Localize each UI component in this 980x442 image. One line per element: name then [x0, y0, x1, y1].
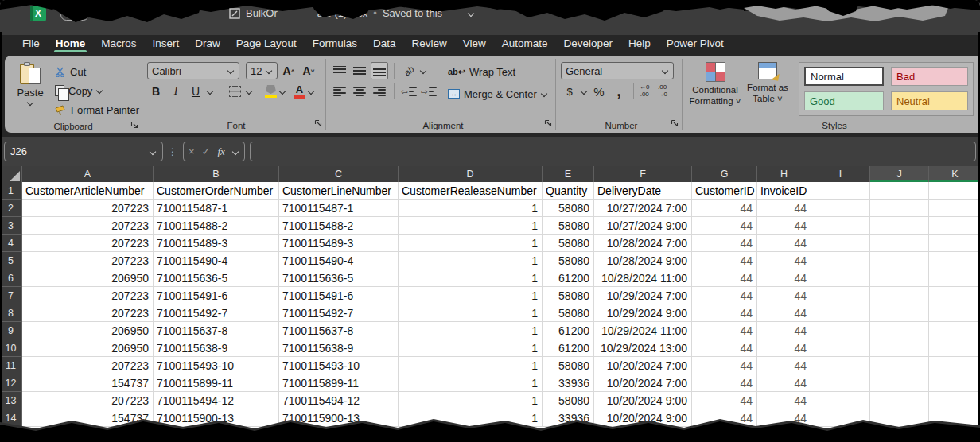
cell-J3[interactable]	[870, 217, 929, 235]
cell-J4[interactable]	[870, 235, 929, 252]
cell-B13[interactable]: 7100115494-12	[154, 392, 279, 409]
cell-F5[interactable]: 10/28/2024 9:00	[594, 252, 692, 269]
bold-button[interactable]: B	[147, 83, 165, 100]
cell-H6[interactable]: 44	[757, 269, 811, 287]
decrease-decimal-button[interactable]: .00→0	[657, 84, 667, 99]
cell-D10[interactable]: 1	[399, 339, 542, 357]
cell-A7[interactable]: 207223	[22, 287, 154, 304]
cell-F9[interactable]: 10/29/2024 11:00	[594, 322, 692, 339]
cell-J2[interactable]	[870, 200, 929, 217]
cell-B3[interactable]: 7100115488-2	[154, 217, 279, 235]
cell-C5[interactable]: 7100115490-4	[279, 252, 399, 269]
font-dialog-launcher[interactable]	[314, 119, 322, 129]
column-header-F[interactable]: F	[594, 166, 692, 182]
cell-B4[interactable]: 7100115489-3	[154, 235, 279, 252]
cell-D1[interactable]: CustomerRealeaseNumber	[399, 182, 542, 200]
cell-G11[interactable]: 44	[692, 357, 757, 374]
row-header-13[interactable]: 13	[0, 392, 22, 409]
cell-A4[interactable]: 207223	[22, 235, 154, 252]
cell-I11[interactable]	[811, 357, 870, 374]
cell-B2[interactable]: 7100115487-1	[154, 200, 279, 217]
cell-A2[interactable]: 207223	[22, 200, 154, 217]
cell-H1[interactable]: InvoiceID	[757, 182, 811, 200]
enter-button[interactable]: ✓	[202, 145, 211, 157]
cell-D9[interactable]: 1	[399, 322, 542, 339]
cell-F1[interactable]: DeliveryDate	[594, 182, 692, 200]
excel-app-icon[interactable]: X	[30, 6, 46, 21]
cell-H7[interactable]: 44	[757, 287, 811, 304]
cell-K10[interactable]	[929, 339, 980, 357]
cell-C13[interactable]: 7100115494-12	[279, 392, 399, 409]
cut-button[interactable]: Cut	[52, 62, 142, 81]
cell-K12[interactable]	[929, 374, 980, 392]
column-header-K[interactable]: K	[929, 166, 980, 182]
fill-color-button[interactable]	[265, 85, 277, 98]
title-dropdown-chevron[interactable]	[468, 10, 475, 17]
row-header-3[interactable]: 3	[0, 217, 22, 235]
cell-C6[interactable]: 7100115636-5	[279, 269, 399, 287]
cell-G7[interactable]: 44	[692, 287, 757, 304]
menu-tab-macros[interactable]: Macros	[93, 32, 144, 54]
cell-G2[interactable]: 44	[692, 200, 757, 217]
cell-E14[interactable]: 33936	[542, 409, 594, 427]
cell-J9[interactable]	[870, 322, 929, 339]
cell-F14[interactable]: 10/20/2024 9:00	[594, 409, 692, 427]
cell-H8[interactable]: 44	[757, 304, 811, 322]
menu-tab-draw[interactable]: Draw	[187, 32, 228, 54]
cell-C4[interactable]: 7100115489-3	[279, 235, 399, 252]
cell-B6[interactable]: 7100115636-5	[154, 269, 279, 287]
column-header-E[interactable]: E	[542, 166, 594, 182]
font-color-button[interactable]: A	[294, 84, 305, 99]
accounting-format-button[interactable]: $	[561, 83, 578, 100]
italic-button[interactable]: I	[167, 83, 185, 100]
cell-I14[interactable]	[811, 409, 870, 427]
paste-dropdown-chevron[interactable]	[27, 99, 34, 106]
cancel-button[interactable]: ×	[189, 145, 195, 157]
cell-C12[interactable]: 7100115899-11	[279, 374, 399, 392]
cell-G10[interactable]: 44	[692, 339, 757, 357]
cell-E7[interactable]: 58080	[542, 287, 594, 304]
cell-C1[interactable]: CustomerLineNumber	[279, 182, 399, 200]
cell-F12[interactable]: 10/20/2024 7:00	[594, 374, 692, 392]
cell-B5[interactable]: 7100115490-4	[154, 252, 279, 269]
cell-H14[interactable]: 44	[757, 409, 811, 427]
row-header-9[interactable]: 9	[0, 322, 22, 339]
cell-J7[interactable]	[870, 287, 929, 304]
cell-E12[interactable]: 33936	[542, 374, 594, 392]
cell-J12[interactable]	[870, 374, 929, 392]
menu-tab-power-pivot[interactable]: Power Pivot	[659, 32, 732, 54]
cell-I10[interactable]	[811, 339, 870, 357]
cell-A1[interactable]: CustomerArticleNumber	[22, 182, 154, 200]
cell-J1[interactable]	[870, 182, 929, 200]
select-all-corner[interactable]	[0, 166, 22, 182]
cell-G9[interactable]: 44	[692, 322, 757, 339]
cell-G3[interactable]: 44	[692, 217, 757, 235]
cell-E10[interactable]: 61200	[542, 339, 594, 357]
cell-B11[interactable]: 7100115493-10	[154, 357, 279, 374]
cell-I1[interactable]	[811, 182, 870, 200]
align-left-button[interactable]	[331, 83, 348, 100]
conditional-formatting-button[interactable]: Conditional Formatting ˅	[689, 60, 741, 107]
alignment-dialog-launcher[interactable]	[544, 119, 552, 129]
row-header-5[interactable]: 5	[0, 252, 22, 269]
cell-K7[interactable]	[929, 287, 980, 304]
cell-C3[interactable]: 7100115488-2	[279, 217, 399, 235]
cell-E9[interactable]: 61200	[542, 322, 594, 339]
merge-center-dropdown-chevron[interactable]	[541, 91, 548, 97]
font-name-combo[interactable]: Calibri	[147, 62, 239, 79]
cell-G8[interactable]: 44	[692, 304, 757, 322]
cell-A3[interactable]: 207223	[22, 217, 154, 235]
cell-C7[interactable]: 7100115491-6	[279, 287, 399, 304]
menu-tab-file[interactable]: File	[14, 32, 48, 54]
cell-D12[interactable]: 1	[399, 374, 542, 392]
insert-function-button[interactable]: fx	[218, 145, 225, 158]
column-header-G[interactable]: G	[692, 166, 757, 182]
accounting-dropdown-chevron[interactable]	[581, 88, 588, 95]
menu-tab-formulas[interactable]: Formulas	[305, 32, 365, 54]
cell-F11[interactable]: 10/20/2024 7:00	[594, 357, 692, 374]
cell-K1[interactable]	[929, 182, 980, 200]
cell-G13[interactable]: 44	[692, 392, 757, 409]
menu-tab-page-layout[interactable]: Page Layout	[228, 32, 305, 54]
cell-B9[interactable]: 7100115637-8	[154, 322, 279, 339]
column-header-B[interactable]: B	[154, 166, 279, 182]
